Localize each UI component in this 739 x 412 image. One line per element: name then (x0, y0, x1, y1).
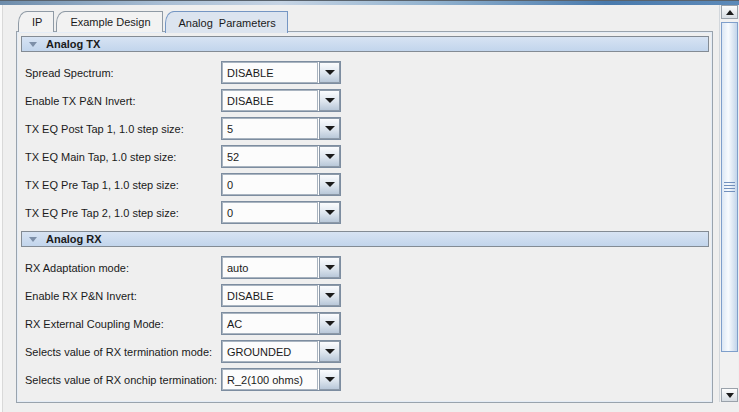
tab-label: IP (32, 16, 42, 28)
dropdown-arrow-button[interactable] (319, 118, 340, 139)
param-row: Selects value of RX onchip termination: … (17, 366, 712, 394)
param-row: Spread Spectrum: DISABLE (17, 59, 712, 87)
chevron-down-icon (325, 210, 335, 215)
param-label: Enable RX P&N Invert: (25, 290, 137, 302)
tab-example-design[interactable]: Example Design (56, 11, 162, 32)
dropdown-value: GROUNDED (222, 341, 318, 362)
param-row: TX EQ Main Tap, 1.0 step size: 52 (17, 143, 712, 171)
chevron-down-icon (325, 321, 335, 326)
section-title: Analog TX (46, 38, 100, 50)
param-label: Enable TX P&N Invert: (25, 95, 135, 107)
dropdown-value: 52 (222, 146, 318, 167)
dropdown-arrow-button[interactable] (319, 313, 340, 334)
rx-external-coupling-dropdown[interactable]: AC (221, 312, 341, 335)
analog-parameters-panel: Analog TX Spread Spectrum: DISABLE Enabl… (16, 31, 713, 403)
dropdown-arrow-button[interactable] (319, 146, 340, 167)
tab-label: Example Design (70, 16, 150, 28)
param-row: TX EQ Pre Tap 1, 1.0 step size: 0 (17, 171, 712, 199)
chevron-down-icon (325, 154, 335, 159)
param-row: RX Adaptation mode: auto (17, 254, 712, 282)
rx-adaptation-mode-dropdown[interactable]: auto (221, 256, 341, 279)
param-label: Selects value of RX termination mode: (25, 346, 212, 358)
dropdown-value: AC (222, 313, 318, 334)
param-row: TX EQ Post Tap 1, 1.0 step size: 5 (17, 115, 712, 143)
ip-configurator-window: { "tabs": [ { "label": "IP", "selected":… (0, 0, 739, 412)
dropdown-value: DISABLE (222, 90, 318, 111)
dropdown-arrow-button[interactable] (319, 202, 340, 223)
tab-analog-parameters[interactable]: Analog Parameters (165, 11, 288, 33)
chevron-down-icon (325, 293, 335, 298)
param-row: Enable RX P&N Invert: DISABLE (17, 282, 712, 310)
chevron-down-icon (325, 126, 335, 131)
section-header-analog-tx[interactable]: Analog TX (21, 36, 709, 52)
param-row: RX External Coupling Mode: AC (17, 310, 712, 338)
chevron-down-icon (325, 377, 335, 382)
tx-eq-pre-tap2-dropdown[interactable]: 0 (221, 201, 341, 224)
dropdown-arrow-button[interactable] (319, 257, 340, 278)
scrollbar-thumb[interactable] (721, 22, 738, 352)
rx-pn-invert-dropdown[interactable]: DISABLE (221, 284, 341, 307)
scroll-up-button[interactable] (721, 5, 738, 19)
tx-pn-invert-dropdown[interactable]: DISABLE (221, 89, 341, 112)
dropdown-value: 5 (222, 118, 318, 139)
param-label: TX EQ Main Tap, 1.0 step size: (25, 151, 176, 163)
param-label: TX EQ Post Tap 1, 1.0 step size: (25, 123, 184, 135)
dropdown-arrow-button[interactable] (319, 369, 340, 390)
dropdown-value: 0 (222, 202, 318, 223)
dropdown-value: auto (222, 257, 318, 278)
panel-left-edge (0, 5, 3, 412)
param-label: RX External Coupling Mode: (25, 318, 164, 330)
window-title-strip (0, 0, 739, 5)
dropdown-arrow-button[interactable] (319, 285, 340, 306)
triangle-down-icon (29, 237, 37, 242)
chevron-down-icon (325, 265, 335, 270)
chevron-down-icon (325, 70, 335, 75)
tab-ip[interactable]: IP (18, 11, 54, 32)
tx-eq-main-tap-dropdown[interactable]: 52 (221, 145, 341, 168)
triangle-up-icon (726, 10, 734, 15)
param-label: Selects value of RX onchip termination: (25, 374, 217, 386)
dropdown-value: R_2(100 ohms) (222, 369, 318, 390)
tx-eq-pre-tap1-dropdown[interactable]: 0 (221, 173, 341, 196)
rx-termination-mode-dropdown[interactable]: GROUNDED (221, 340, 341, 363)
param-row: TX EQ Pre Tap 2, 1.0 step size: 0 (17, 199, 712, 227)
vertical-scrollbar[interactable] (719, 5, 738, 402)
dropdown-value: 0 (222, 174, 318, 195)
tab-label: Analog Parameters (179, 17, 276, 29)
param-label: Spread Spectrum: (25, 67, 114, 79)
scroll-down-button[interactable] (721, 388, 738, 402)
section-title: Analog RX (46, 233, 102, 245)
triangle-down-icon (726, 393, 734, 398)
analog-tx-rows: Spread Spectrum: DISABLE Enable TX P&N I… (17, 52, 712, 227)
dropdown-value: DISABLE (222, 62, 318, 83)
dropdown-arrow-button[interactable] (319, 174, 340, 195)
chevron-down-icon (325, 349, 335, 354)
param-label: TX EQ Pre Tap 1, 1.0 step size: (25, 179, 179, 191)
param-label: RX Adaptation mode: (25, 262, 129, 274)
tab-bar: IP Example Design Analog Parameters (18, 10, 288, 32)
dropdown-arrow-button[interactable] (319, 62, 340, 83)
spread-spectrum-dropdown[interactable]: DISABLE (221, 61, 341, 84)
param-row: Selects value of RX termination mode: GR… (17, 338, 712, 366)
dropdown-arrow-button[interactable] (319, 341, 340, 362)
dropdown-value: DISABLE (222, 285, 318, 306)
param-row: Enable TX P&N Invert: DISABLE (17, 87, 712, 115)
rx-onchip-termination-dropdown[interactable]: R_2(100 ohms) (221, 368, 341, 391)
section-header-analog-rx[interactable]: Analog RX (21, 231, 709, 247)
chevron-down-icon (325, 182, 335, 187)
tx-eq-post-tap1-dropdown[interactable]: 5 (221, 117, 341, 140)
analog-rx-rows: RX Adaptation mode: auto Enable RX P&N I… (17, 247, 712, 394)
chevron-down-icon (325, 98, 335, 103)
param-label: TX EQ Pre Tap 2, 1.0 step size: (25, 207, 179, 219)
dropdown-arrow-button[interactable] (319, 90, 340, 111)
triangle-down-icon (29, 42, 37, 47)
scrollbar-grip (724, 182, 735, 192)
